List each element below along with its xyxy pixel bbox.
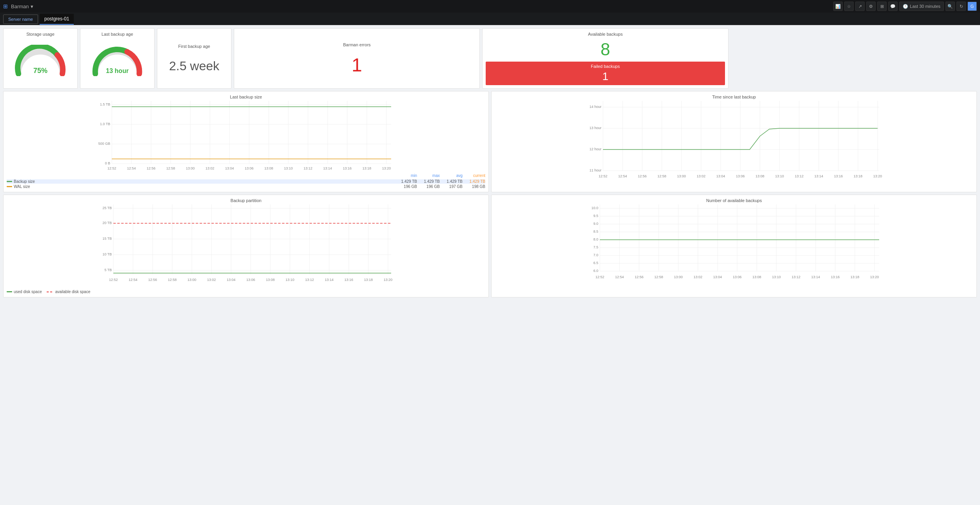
last-backup-size-title: Last backup size [7,95,485,99]
last-backup-size-chart-area: 1.5 TB 1.0 TB 500 GB 0 B [7,101,485,189]
stat-cards-row: Storage usage 75% Last backup age [3,28,977,89]
svg-text:13:00: 13:00 [186,166,195,170]
svg-text:13:14: 13:14 [325,278,334,282]
svg-text:13:06: 13:06 [733,275,742,279]
svg-text:13:20: 13:20 [873,174,882,178]
svg-text:13:16: 13:16 [343,166,352,170]
time-range-btn[interactable]: 🕐 Last 30 minutes [899,2,944,11]
svg-text:0 B: 0 B [105,161,110,165]
tab-postgres-01[interactable]: postgres-01 [40,14,74,25]
svg-text:13:08: 13:08 [266,278,275,282]
svg-text:13:10: 13:10 [772,275,781,279]
svg-text:25 TB: 25 TB [102,206,112,210]
last-backup-age-card: Last backup age 13 hour [80,28,155,89]
svg-text:13 hour: 13 hour [106,67,129,74]
svg-text:75%: 75% [33,67,47,75]
col-avg-header: avg [440,173,463,178]
svg-text:20 TB: 20 TB [102,221,112,225]
share-icon-btn[interactable]: ↗ [855,2,865,11]
svg-text:7.0: 7.0 [593,253,598,257]
wal-size-label: WAL size [14,184,30,189]
last-backup-age-gauge: 13 hour [84,39,151,82]
legend-avail-disk: available disk space [47,290,91,294]
chart-icon-btn[interactable]: 📊 [833,2,843,11]
svg-text:8.0: 8.0 [593,237,598,241]
svg-text:13:04: 13:04 [225,166,234,170]
app-name: Barman [11,4,29,9]
svg-text:13:10: 13:10 [286,278,295,282]
avail-disk-label: available disk space [55,290,91,294]
settings-icon-btn[interactable]: ⚙ [866,2,876,11]
last-backup-gauge-svg: 13 hour [90,45,145,76]
avail-disk-color [47,292,52,292]
svg-text:13:12: 13:12 [792,275,801,279]
svg-text:14 hour: 14 hour [589,105,601,109]
svg-text:1.5 TB: 1.5 TB [100,102,110,106]
star-icon-btn[interactable]: ☆ [844,2,854,11]
time-since-backup-title: Time since last backup [495,95,973,99]
svg-text:13:08: 13:08 [756,174,765,178]
svg-text:12:54: 12:54 [129,278,138,282]
svg-text:13:02: 13:02 [694,275,703,279]
svg-text:13:08: 13:08 [752,275,761,279]
charts-row-1: Last backup size 1.5 TB 1.0 TB 500 GB 0 … [3,91,977,192]
legend-backup-size: Backup size 1.429 TB 1.429 TB 1.429 TB 1… [7,179,485,184]
backup-size-avg: 1.429 TB [440,179,463,184]
svg-text:12:56: 12:56 [638,174,647,178]
svg-text:12:56: 12:56 [147,166,156,170]
first-backup-age-value: 2.5 week [169,59,219,73]
svg-text:13:04: 13:04 [227,278,236,282]
svg-text:1.0 TB: 1.0 TB [100,122,110,126]
svg-text:13:20: 13:20 [870,275,879,279]
main-content: Storage usage 75% Last backup age [0,25,980,303]
svg-text:12:52: 12:52 [599,174,608,178]
svg-text:13:12: 13:12 [795,174,804,178]
svg-text:13:20: 13:20 [384,278,393,282]
svg-text:6.0: 6.0 [593,269,598,273]
user-icon-btn[interactable]: G [967,2,977,11]
svg-text:12:52: 12:52 [107,166,117,170]
dashboard-icon-btn[interactable]: ⊞ [877,2,887,11]
clock-icon: 🕐 [903,4,908,9]
svg-text:13:14: 13:14 [814,174,823,178]
wal-size-avg: 197 GB [440,184,463,189]
app-caret[interactable]: ▾ [31,4,33,9]
backup-size-min: 1.429 TB [394,179,417,184]
col-cur-header: current [463,173,485,178]
storage-usage-gauge: 75% [7,39,74,82]
svg-text:13:16: 13:16 [831,275,840,279]
svg-text:500 GB: 500 GB [98,142,110,146]
svg-text:12:56: 12:56 [148,278,157,282]
svg-text:12:52: 12:52 [109,278,118,282]
storage-usage-card: Storage usage 75% [3,28,78,89]
svg-text:13:02: 13:02 [207,278,216,282]
wal-size-max: 196 GB [417,184,440,189]
wal-size-color [7,186,12,187]
svg-text:13:18: 13:18 [364,278,373,282]
storage-usage-title: Storage usage [7,32,74,36]
svg-text:9.5: 9.5 [593,214,598,218]
svg-text:13:14: 13:14 [323,166,332,170]
backup-partition-title: Backup partition [7,198,485,203]
search-icon-btn[interactable]: 🔍 [945,2,955,11]
app-logo-area: ⊞ Barman ▾ [3,3,33,9]
last-backup-size-panel: Last backup size 1.5 TB 1.0 TB 500 GB 0 … [3,91,489,192]
svg-text:13:12: 13:12 [304,166,313,170]
svg-text:10 TB: 10 TB [102,252,112,256]
backup-partition-panel: Backup partition 25 TB 20 TB 15 TB 10 TB… [3,195,489,297]
tab-server-name[interactable]: Server name [3,15,38,24]
svg-text:12:58: 12:58 [168,278,177,282]
sub-nav: Server name postgres-01 [0,13,980,25]
available-backups-value: 8 [486,40,725,59]
time-since-last-backup-panel: Time since last backup 14 hour 13 hour 1… [491,91,977,192]
first-backup-age-card: First backup age 2.5 week [157,28,231,89]
svg-text:12:58: 12:58 [658,174,667,178]
refresh-icon-btn[interactable]: ↻ [956,2,966,11]
num-available-backups-title: Number of available backups [495,198,973,203]
svg-text:13:06: 13:06 [245,166,254,170]
comment-icon-btn[interactable]: 💬 [888,2,898,11]
failed-backups-value: 1 [489,70,721,83]
first-backup-age-title: First backup age [178,44,210,49]
available-backups-title: Available backups [486,32,725,36]
svg-text:13:04: 13:04 [716,174,725,178]
